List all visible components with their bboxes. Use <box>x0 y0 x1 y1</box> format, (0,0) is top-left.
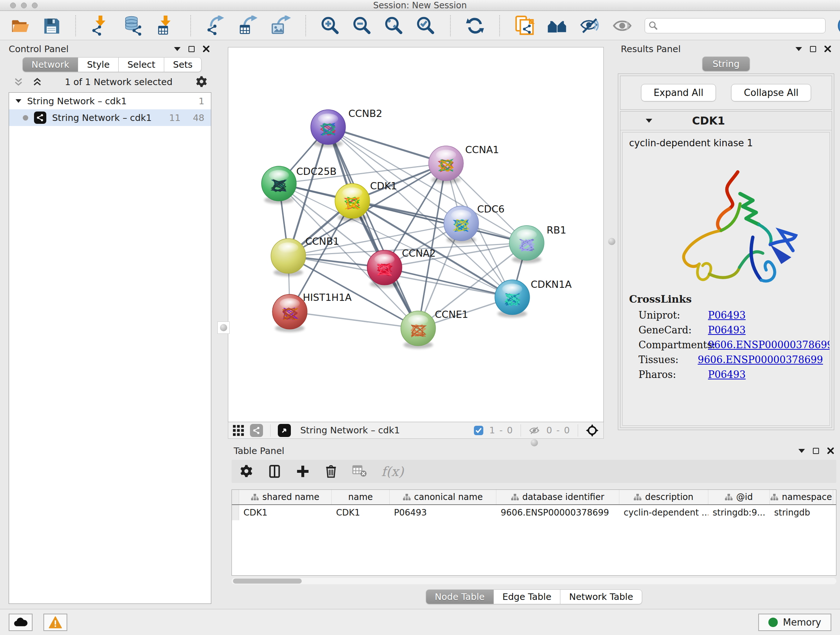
close-window-button[interactable] <box>10 3 16 8</box>
cloud-status-button[interactable] <box>9 614 33 631</box>
network-node-CDKN1A[interactable] <box>495 280 530 318</box>
column-header-database-identifier[interactable]: database identifier <box>496 490 619 504</box>
network-node-CCNE1[interactable] <box>401 311 436 348</box>
help-button[interactable]: ? <box>838 16 840 35</box>
birds-eye-view-icon[interactable] <box>278 424 291 437</box>
network-edge[interactable] <box>290 312 418 328</box>
network-node-CDC25B[interactable] <box>262 166 296 204</box>
network-node-CCNB1[interactable] <box>271 239 306 276</box>
network-row-selected[interactable]: String Network – cdk1 11 48 <box>9 109 211 126</box>
column-header--id[interactable]: @id <box>708 490 770 504</box>
collection-expand-icon[interactable] <box>16 99 21 103</box>
warnings-button[interactable] <box>43 614 67 631</box>
panel-menu-icon[interactable] <box>796 47 802 51</box>
tab-network[interactable]: Network <box>22 57 78 72</box>
column-header-description[interactable]: description <box>619 490 708 504</box>
table-cell[interactable]: stringdb:9... <box>708 505 770 520</box>
collapse-all-button[interactable]: Collapse All <box>731 84 811 101</box>
table-hscrollbar[interactable] <box>232 578 836 584</box>
table-cell[interactable]: stringdb <box>770 505 833 520</box>
table-cell[interactable]: cyclin-dependent ... <box>619 505 708 520</box>
network-node-CCNA1[interactable] <box>429 146 463 184</box>
import-network-file-icon[interactable] <box>90 16 111 36</box>
column-header-namespace[interactable]: namespace <box>770 490 833 504</box>
delete-table-icon[interactable] <box>352 465 367 478</box>
first-neighbors-icon[interactable] <box>547 16 567 36</box>
show-columns-icon[interactable] <box>268 464 281 478</box>
add-column-icon[interactable] <box>296 464 309 478</box>
panel-menu-icon[interactable] <box>798 449 805 453</box>
tab-network-table[interactable]: Network Table <box>561 589 642 604</box>
fit-selection-crosshair-icon[interactable] <box>585 424 599 437</box>
export-image-icon[interactable] <box>271 16 291 36</box>
table-hscrollbar-thumb[interactable] <box>233 578 302 584</box>
network-node-CCNB2[interactable] <box>311 110 346 147</box>
hide-selected-eye-slash-icon[interactable] <box>579 16 600 36</box>
network-edge[interactable] <box>385 268 512 297</box>
float-panel-icon[interactable] <box>813 448 819 454</box>
export-table-icon[interactable] <box>238 16 258 36</box>
open-session-icon[interactable] <box>11 16 30 36</box>
expand-all-button[interactable]: Expand All <box>641 84 716 101</box>
refresh-icon[interactable] <box>465 16 485 36</box>
network-node-CDK1[interactable] <box>335 184 370 221</box>
network-node-CCNA2[interactable] <box>367 250 402 288</box>
search-box[interactable] <box>645 18 826 33</box>
crosslink-link[interactable]: P06493 <box>708 325 745 336</box>
zoom-in-icon[interactable] <box>321 16 340 36</box>
new-network-from-selection-icon[interactable] <box>515 16 535 36</box>
network-options-gear-icon[interactable] <box>195 76 208 88</box>
expand-all-icon[interactable] <box>33 77 42 87</box>
crosslink-link[interactable]: 9606.ENSP00000378699 <box>708 339 830 350</box>
network-collection-row[interactable]: String Network – cdk1 1 <box>9 93 211 109</box>
zoom-selected-icon[interactable] <box>416 16 436 36</box>
table-cell[interactable]: 9606.ENSP00000378699 <box>496 505 619 520</box>
close-panel-icon[interactable] <box>824 45 831 52</box>
network-node-CDC6[interactable] <box>444 206 478 244</box>
collapse-gene-icon[interactable] <box>646 119 652 123</box>
crosslink-link[interactable]: 9606.ENSP00000378699 <box>698 354 823 365</box>
grid-view-icon[interactable] <box>233 424 244 436</box>
tab-string[interactable]: String <box>702 57 750 71</box>
column-header-shared-name[interactable]: shared name <box>239 490 332 504</box>
close-panel-icon[interactable] <box>202 45 210 52</box>
crosslink-link[interactable]: P06493 <box>708 310 745 321</box>
show-all-eye-icon[interactable] <box>612 16 632 36</box>
column-header-canonical-name[interactable]: canonical name <box>390 490 496 504</box>
table-cell[interactable]: CDK1 <box>239 505 332 520</box>
function-builder-icon[interactable]: f(x) <box>381 464 404 479</box>
search-input[interactable] <box>661 21 821 31</box>
crosslink-link[interactable]: P06493 <box>708 369 745 380</box>
delete-column-trash-icon[interactable] <box>324 464 338 478</box>
table-row[interactable]: CDK1CDK1P064939606.ENSP00000378699cyclin… <box>232 505 836 520</box>
tab-node-table[interactable]: Node Table <box>426 589 494 604</box>
network-canvas[interactable]: CCNB2CCNA1CDC25BCDK1CDC6RB1CCNB1CCNA2CDK… <box>228 47 604 422</box>
memory-button[interactable]: Memory <box>758 614 831 631</box>
bottom-splitter-handle[interactable] <box>528 437 540 449</box>
left-splitter-handle[interactable] <box>218 321 230 334</box>
table-cell[interactable]: CDK1 <box>332 505 390 520</box>
save-session-icon[interactable] <box>42 16 61 36</box>
gene-section-header[interactable]: CDK1 <box>621 111 832 130</box>
table-settings-gear-icon[interactable] <box>240 464 253 478</box>
right-splitter-handle[interactable] <box>606 235 618 248</box>
network-graph[interactable]: CCNB2CCNA1CDC25BCDK1CDC6RB1CCNB1CCNA2CDK… <box>228 48 603 422</box>
tab-sets[interactable]: Sets <box>164 57 202 72</box>
zoom-out-icon[interactable] <box>352 16 372 36</box>
close-panel-icon[interactable] <box>827 447 834 454</box>
import-network-database-icon[interactable] <box>123 16 143 36</box>
float-panel-icon[interactable] <box>810 46 816 52</box>
column-header-name[interactable]: name <box>332 490 390 504</box>
collapse-all-icon[interactable] <box>14 77 23 87</box>
export-network-icon[interactable] <box>205 16 226 36</box>
selected-checkbox-icon[interactable] <box>474 425 484 435</box>
zoom-fit-icon[interactable] <box>384 16 404 36</box>
network-edge[interactable] <box>328 127 446 163</box>
import-table-file-icon[interactable] <box>156 16 176 36</box>
zoom-window-button[interactable] <box>32 3 38 8</box>
table-cell[interactable]: P06493 <box>390 505 496 520</box>
tab-edge-table[interactable]: Edge Table <box>494 589 561 604</box>
tab-style[interactable]: Style <box>78 57 118 72</box>
float-panel-icon[interactable] <box>188 46 195 52</box>
minimize-window-button[interactable] <box>21 3 27 8</box>
